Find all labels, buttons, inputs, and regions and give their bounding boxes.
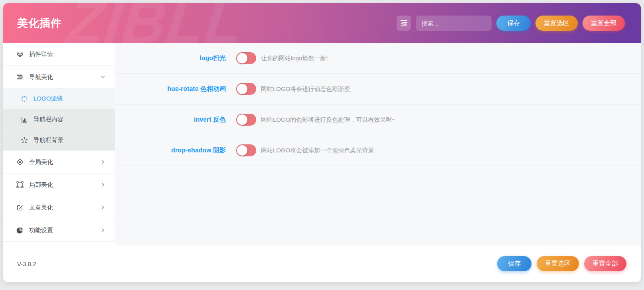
object-group-icon (16, 181, 24, 188)
setting-row-invert: invert 反色 网站LOGO的色彩将进行反色处理，可以看效果喔~ (115, 105, 641, 135)
reset-selection-button-footer[interactable]: 重置选区 (537, 256, 579, 271)
sidebar-item-navbar-background[interactable]: 导航栏背景 (3, 130, 115, 151)
chevron-right-icon (100, 204, 106, 211)
save-button[interactable]: 保存 (496, 16, 531, 31)
body: 插件详情 导航美化 (3, 43, 641, 245)
setting-label: hue-rotate 色相动画 (115, 85, 226, 93)
sidebar-item-navbar-content[interactable]: 导航栏内容 (3, 109, 115, 130)
setting-description: 网站LOGO将会进行动态色彩渐变 (261, 85, 350, 93)
sidebar-item-global-beautify[interactable]: 全局美化 (3, 151, 115, 174)
header: ZIBLL 美化插件 保存 重置选区 重置全部 (3, 3, 641, 43)
footer: V-3.8.2 保存 重置选区 重置全部 (3, 245, 641, 282)
sidebar-item-article-beautify[interactable]: 文章美化 (3, 196, 115, 219)
setting-description: 网站LOGO的色彩将进行反色处理，可以看效果喔~ (261, 116, 395, 124)
toggle-switch[interactable] (236, 52, 256, 64)
chevron-right-icon (100, 159, 106, 165)
sidebar: 插件详情 导航美化 (3, 43, 115, 245)
sidebar-item-local-beautify[interactable]: 局部美化 (3, 174, 115, 196)
sidebar-item-label: 导航美化 (29, 73, 53, 81)
toggle-knob (237, 145, 247, 156)
setting-row-hue-rotate: hue-rotate 色相动画 网站LOGO将会进行动态色彩渐变 (115, 74, 641, 105)
plugin-settings-window: ZIBLL 美化插件 保存 重置选区 重置全部 (3, 3, 641, 282)
sidebar-item-label: 导航栏内容 (34, 116, 63, 123)
search-input[interactable] (416, 16, 492, 31)
setting-row-logo-shine: logo扫光 让你的网站logo焕然一新! (115, 43, 641, 74)
chevron-right-icon (100, 227, 106, 233)
page-title: 美化插件 (17, 16, 62, 30)
sidebar-item-label: LOGO滤镜 (34, 95, 63, 103)
spinner-icon (21, 95, 28, 103)
toggle-knob (237, 114, 247, 125)
sidebar-item-label: 插件详情 (29, 51, 53, 58)
setting-label: drop-shadow 阴影 (115, 146, 226, 155)
settings-panel: logo扫光 让你的网站logo焕然一新! hue-rotate 色相动画 网站… (115, 43, 641, 245)
setting-description: 网站LOGO将会被添加一个淡绿色柔光背景 (261, 147, 374, 154)
edit-icon (16, 204, 24, 211)
burst-icon (21, 137, 28, 144)
toggle-switch[interactable] (236, 114, 256, 126)
reset-all-button-footer[interactable]: 重置全部 (584, 256, 626, 271)
pie-chart-icon (16, 227, 24, 234)
sidebar-item-plugin-details[interactable]: 插件详情 (3, 43, 115, 66)
cube-icon (16, 158, 24, 166)
nav-bars-icon (16, 73, 24, 81)
chevron-right-icon (100, 181, 106, 188)
toggle-knob (237, 53, 247, 63)
sidebar-item-label: 局部美化 (29, 181, 53, 189)
sidebar-item-label: 功能设置 (29, 227, 53, 234)
sidebar-item-label: 文章美化 (29, 204, 53, 211)
toggle-switch[interactable] (236, 83, 256, 95)
save-button-footer[interactable]: 保存 (497, 256, 531, 271)
header-toolbar: 保存 重置选区 重置全部 (397, 16, 625, 31)
sidebar-item-nav-beautify[interactable]: 导航美化 (3, 66, 115, 89)
sidebar-item-label: 全局美化 (29, 158, 53, 166)
outdent-icon (400, 20, 407, 27)
collapse-menu-button[interactable] (397, 16, 411, 31)
sidebar-item-label: 导航栏背景 (34, 136, 63, 144)
gitlab-icon (16, 51, 24, 58)
setting-description: 让你的网站logo焕然一新! (261, 55, 328, 62)
toggle-knob (237, 84, 247, 94)
reset-selection-button[interactable]: 重置选区 (535, 16, 578, 31)
sidebar-item-logo-filter[interactable]: LOGO滤镜 (3, 89, 115, 109)
brand-watermark: ZIBLL (63, 3, 247, 43)
bar-chart-icon (21, 116, 28, 123)
chevron-down-icon (100, 74, 106, 80)
setting-label: invert 反色 (115, 116, 226, 124)
toggle-switch[interactable] (236, 144, 256, 156)
setting-row-drop-shadow: drop-shadow 阴影 网站LOGO将会被添加一个淡绿色柔光背景 (115, 135, 641, 166)
footer-toolbar: 保存 重置选区 重置全部 (497, 256, 626, 271)
reset-all-button[interactable]: 重置全部 (583, 16, 625, 31)
version-label: V-3.8.2 (17, 260, 36, 267)
setting-label: logo扫光 (115, 54, 226, 63)
sidebar-item-feature-settings[interactable]: 功能设置 (3, 219, 115, 242)
